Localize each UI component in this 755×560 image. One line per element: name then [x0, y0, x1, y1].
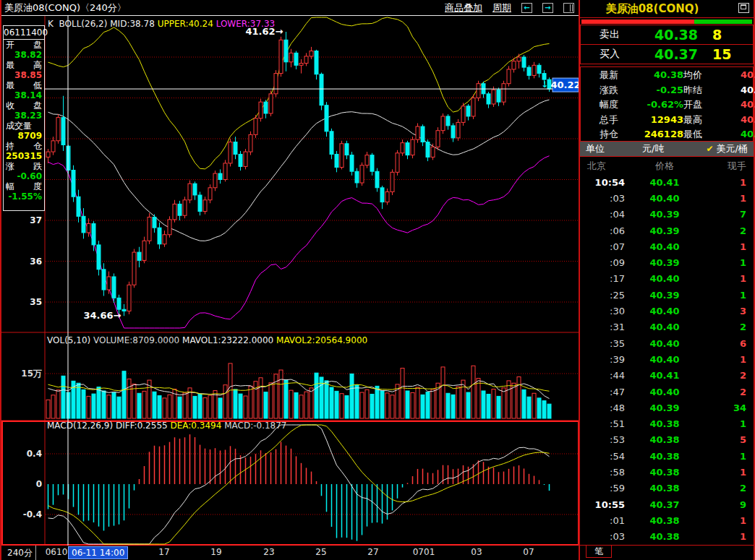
check-icon: ✔: [706, 144, 713, 154]
tick-qty: 5: [704, 434, 746, 445]
unit-label: 单位: [586, 142, 605, 155]
bid-qty: 15: [712, 46, 731, 62]
tick-price: 40.40: [625, 338, 704, 349]
tick-row: :0440.397: [580, 207, 754, 223]
quote-panel-footer: 笔: [580, 545, 754, 560]
info-row-label: 收盘: [4, 100, 44, 111]
tick-qty: 1: [704, 273, 746, 284]
tick-price: 40.41: [625, 370, 704, 381]
tick-row: :3040.403: [580, 303, 754, 319]
axis-date-label: 27: [367, 547, 378, 557]
chart-toolbar: 商品叠加 周期 ← →: [445, 1, 574, 14]
tick-col-qty: 现手: [704, 160, 746, 173]
stat-value: -0.25: [633, 83, 683, 98]
tick-row: :3140.402: [580, 319, 754, 335]
svg-text:0.4: 0.4: [27, 449, 42, 459]
tick-qty: 1: [704, 354, 746, 365]
tick-row: :0340.401: [580, 190, 754, 206]
next-arrow-icon[interactable]: →: [542, 3, 553, 13]
tick-qty: 1: [704, 451, 746, 462]
tick-price: 40.39: [625, 209, 704, 220]
tab-tick[interactable]: 笔: [586, 546, 612, 558]
axis-date-label: 19: [210, 547, 221, 557]
tick-qty: 1: [704, 177, 746, 188]
tick-time: :06: [586, 225, 625, 236]
tick-qty: 1: [704, 257, 746, 268]
tick-price: 40.39: [625, 225, 704, 236]
stat-value: 40.35: [720, 127, 755, 142]
tick-qty: 2: [704, 483, 746, 494]
macd-header: MACD(12,26,9) DIFF:0.2555 DEA:0.3494 MAC…: [47, 421, 287, 431]
info-row-label: 最高: [4, 60, 44, 70]
ask-label: 卖出: [600, 28, 644, 41]
tick-price: 40.40: [625, 241, 704, 252]
macd-diff-value: DIFF:0.2555: [116, 421, 168, 431]
stat-label: 开盘: [683, 98, 720, 113]
info-row-value: -0.60: [4, 171, 44, 181]
tick-qty: 1: [704, 531, 746, 542]
info-row-label: 持仓: [4, 141, 44, 151]
tick-qty: 6: [704, 338, 746, 349]
info-row-label: 幅度: [4, 181, 44, 191]
kline-chart[interactable]: 373635↓40.2241.62→34.66→15万0.40-0.4: [1, 16, 580, 546]
tick-time: :53: [586, 434, 625, 445]
axis-date-label: 0610: [46, 547, 68, 557]
buy-ratio-segment: [694, 20, 752, 24]
info-row-value: 8709: [4, 131, 44, 141]
boll-upper-value: UPPER:40.24: [158, 19, 213, 29]
bid-label: 买入: [600, 48, 644, 61]
quote-panel-header: 美原油08(CONQ): [580, 0, 754, 18]
tick-time: :48: [586, 402, 625, 413]
info-row-value: 38.82: [4, 50, 44, 60]
split-pane-icon[interactable]: [563, 3, 574, 13]
tick-row: :4740.402: [580, 384, 754, 400]
chart-title: 美原油08(CONQ)〈240分〉: [4, 1, 127, 14]
tick-qty: 1: [704, 467, 746, 478]
tick-qty: 2: [704, 225, 746, 236]
stat-label: 最低: [683, 127, 720, 142]
tick-time: :25: [586, 290, 625, 301]
ask-price: 40.38: [644, 27, 708, 43]
mavol2-value: MAVOL2:20564.9000: [276, 335, 367, 345]
tick-price: 40.38: [625, 531, 704, 542]
tick-price: 40.38: [625, 451, 704, 462]
macd-pane: 0.40-0.4: [23, 425, 579, 544]
macd-params: MACD(12,26,9): [47, 421, 113, 431]
stat-label: 持仓: [600, 127, 633, 142]
svg-text:0: 0: [36, 479, 42, 489]
period-cell[interactable]: 240分: [1, 546, 36, 560]
quote-stats-grid: 最新40.38均价40.57涨跌-0.25昨结40.63幅度-0.62%开盘40…: [580, 66, 754, 142]
unit-option-yuan-ton[interactable]: 元/吨: [642, 142, 664, 155]
last-price-arrow-icon: ↓: [541, 79, 548, 90]
tick-row: :0640.392: [580, 223, 754, 238]
prev-arrow-icon[interactable]: ←: [521, 3, 532, 13]
overlay-link[interactable]: 商品叠加: [445, 1, 482, 14]
axis-date-label: 07: [523, 547, 534, 557]
stat-value: 12943: [633, 113, 683, 128]
tick-price: 40.41: [625, 177, 704, 188]
tick-row: :4440.412: [580, 368, 754, 384]
tick-row: :3540.406: [580, 335, 754, 351]
tick-qty: 7: [704, 209, 746, 220]
tick-time: :39: [586, 354, 625, 365]
stat-label: 最新: [600, 68, 633, 83]
period-link[interactable]: 周期: [492, 1, 511, 14]
tick-list[interactable]: 10:5440.411:0340.401:0440.397:0640.392:0…: [580, 174, 754, 545]
candles: [46, 32, 551, 316]
stat-label: 涨跌: [600, 83, 633, 98]
maximize-icon[interactable]: [738, 3, 749, 13]
stat-value: 40.38: [633, 68, 683, 83]
unit-option-usd-barrel[interactable]: 美元/桶: [716, 142, 747, 155]
tick-time: :03: [586, 531, 625, 542]
tick-time: :17: [586, 273, 625, 284]
boll-params: BOLL(26,2): [59, 19, 108, 29]
stat-label: 均价: [683, 68, 720, 83]
price-axis-labels: 373635: [30, 215, 42, 307]
tick-row: :5440.381: [580, 448, 754, 464]
tick-qty: 3: [704, 306, 746, 316]
tick-time: :58: [586, 467, 625, 478]
tick-row: :5340.385: [580, 432, 754, 448]
stat-value: 40.57: [720, 68, 755, 83]
info-row-value: 38.85: [4, 70, 44, 80]
tick-row: 10:5540.379: [580, 496, 754, 512]
